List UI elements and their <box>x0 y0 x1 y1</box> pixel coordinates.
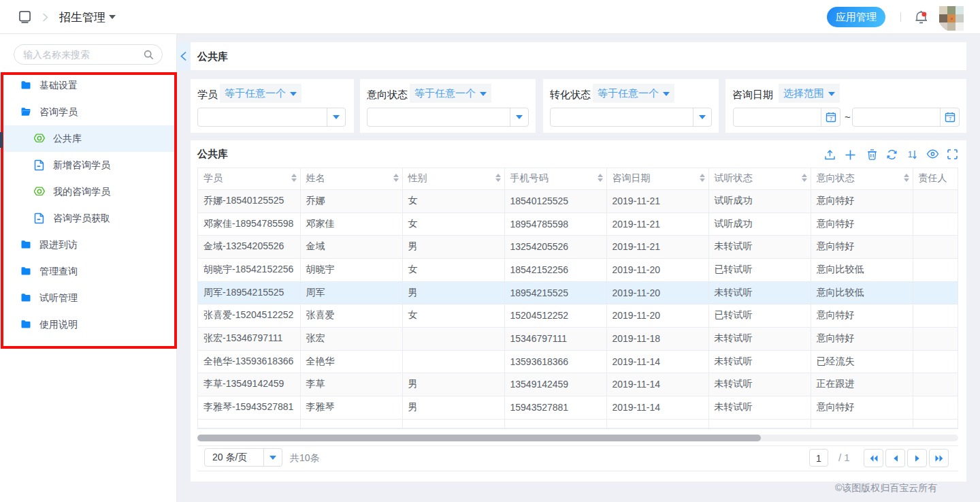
svg-text:1: 1 <box>908 150 913 159</box>
svg-text:7: 7 <box>830 116 832 122</box>
svg-text:7: 7 <box>949 116 951 122</box>
